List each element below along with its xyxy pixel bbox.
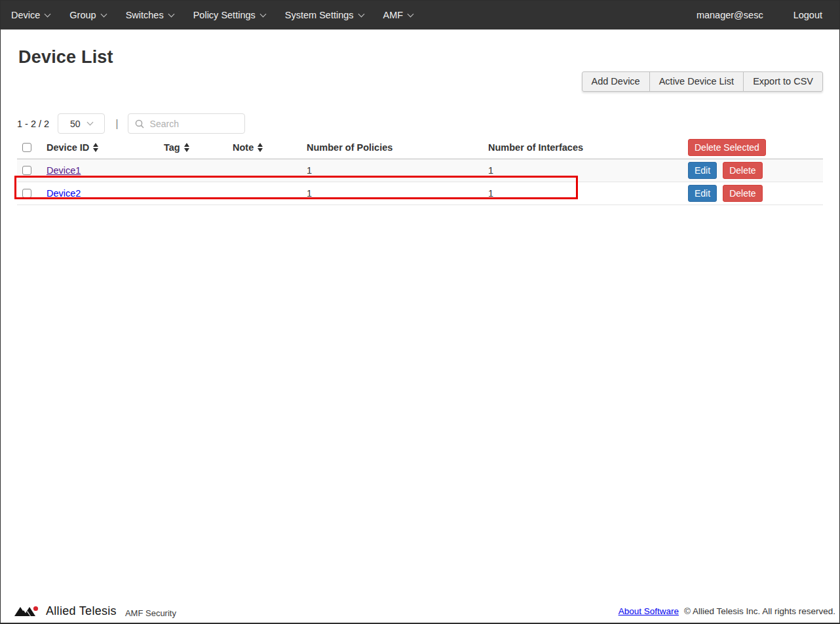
chevron-down-icon — [408, 10, 414, 17]
product-name: AMF Security — [125, 608, 176, 618]
table-row: Device1 1 1 Edit Delete — [17, 159, 823, 182]
device-table-wrap: Device ID Tag Note — [17, 136, 823, 205]
column-header-interfaces: Number of Interfaces — [488, 142, 583, 153]
cell-note — [227, 182, 301, 205]
footer: Allied Telesis AMF Security About Softwa… — [1, 600, 839, 623]
nav-menu-group-label: Group — [69, 10, 96, 20]
app-window: Device Group Switches Policy Settings Sy… — [0, 0, 840, 624]
nav-menu-policy-settings[interactable]: Policy Settings — [193, 10, 265, 20]
device-link[interactable]: Device1 — [47, 165, 81, 176]
delete-button[interactable]: Delete — [723, 162, 762, 179]
row-checkbox[interactable] — [22, 166, 31, 175]
add-device-button[interactable]: Add Device — [582, 71, 650, 92]
cell-note — [227, 159, 301, 182]
edit-button[interactable]: Edit — [688, 185, 717, 202]
allied-telesis-logo-icon — [14, 605, 41, 618]
sort-icon[interactable] — [93, 143, 98, 152]
toolbar-button-group: Add Device Active Device List Export to … — [582, 71, 823, 92]
cell-policies: 1 — [301, 159, 483, 182]
sort-icon[interactable] — [184, 143, 189, 152]
chevron-down-icon — [168, 10, 174, 17]
device-table: Device ID Tag Note — [17, 136, 823, 205]
page-size-select[interactable]: 50 — [58, 113, 105, 134]
pagination-range: 1 - 2 / 2 — [17, 119, 49, 129]
nav-menu-device-label: Device — [11, 10, 40, 20]
nav-menu-device[interactable]: Device — [11, 10, 50, 20]
search-input[interactable] — [149, 118, 238, 130]
chevron-down-icon — [358, 10, 364, 17]
cell-policies: 1 — [301, 182, 483, 205]
page-title: Device List — [18, 47, 823, 68]
row-checkbox[interactable] — [22, 189, 31, 198]
page-size-value: 50 — [70, 119, 81, 129]
delete-button[interactable]: Delete — [723, 185, 762, 202]
sort-icon[interactable] — [258, 143, 263, 152]
chevron-down-icon — [100, 10, 107, 17]
column-header-policies: Number of Policies — [307, 142, 392, 153]
column-header-tag[interactable]: Tag — [164, 142, 180, 153]
column-header-note[interactable]: Note — [233, 142, 254, 153]
logged-in-user[interactable]: manager@sesc — [697, 10, 763, 20]
table-header-row: Device ID Tag Note — [17, 136, 823, 159]
about-software-link[interactable]: About Software — [619, 606, 679, 616]
nav-menu-switches-label: Switches — [126, 10, 164, 20]
nav-menu-group[interactable]: Group — [69, 10, 105, 20]
list-controls: 1 - 2 / 2 50 | — [17, 113, 823, 134]
nav-menu-amf[interactable]: AMF — [383, 10, 413, 20]
edit-button[interactable]: Edit — [688, 162, 717, 179]
active-device-list-button[interactable]: Active Device List — [649, 71, 744, 92]
column-header-device-id[interactable]: Device ID — [47, 142, 89, 153]
device-link[interactable]: Device2 — [47, 188, 81, 199]
select-all-checkbox[interactable] — [22, 143, 31, 152]
top-navbar: Device Group Switches Policy Settings Sy… — [1, 1, 839, 29]
chevron-down-icon — [45, 10, 51, 17]
nav-menu-switches[interactable]: Switches — [126, 10, 174, 20]
chevron-down-icon — [87, 119, 94, 126]
cell-interfaces: 1 — [483, 182, 683, 205]
brand-name: Allied Telesis — [46, 604, 117, 618]
search-icon — [135, 119, 144, 128]
nav-menu-system-settings[interactable]: System Settings — [285, 10, 364, 20]
chevron-down-icon — [259, 10, 266, 17]
nav-menu-amf-label: AMF — [383, 10, 404, 20]
search-box — [128, 113, 245, 134]
cell-tag — [159, 159, 227, 182]
nav-menu-policy-settings-label: Policy Settings — [193, 10, 256, 20]
export-to-csv-button[interactable]: Export to CSV — [743, 71, 823, 92]
cell-tag — [159, 182, 227, 205]
main-content: Device List Add Device Active Device Lis… — [1, 47, 839, 205]
nav-menu-system-settings-label: System Settings — [285, 10, 354, 20]
controls-separator: | — [115, 117, 118, 130]
table-row: Device2 1 1 Edit Delete — [17, 182, 823, 205]
copyright-text: © Allied Telesis Inc. All rights reserve… — [684, 606, 835, 616]
cell-interfaces: 1 — [483, 159, 683, 182]
logout-button[interactable]: Logout — [793, 10, 822, 20]
delete-selected-button[interactable]: Delete Selected — [688, 139, 766, 156]
